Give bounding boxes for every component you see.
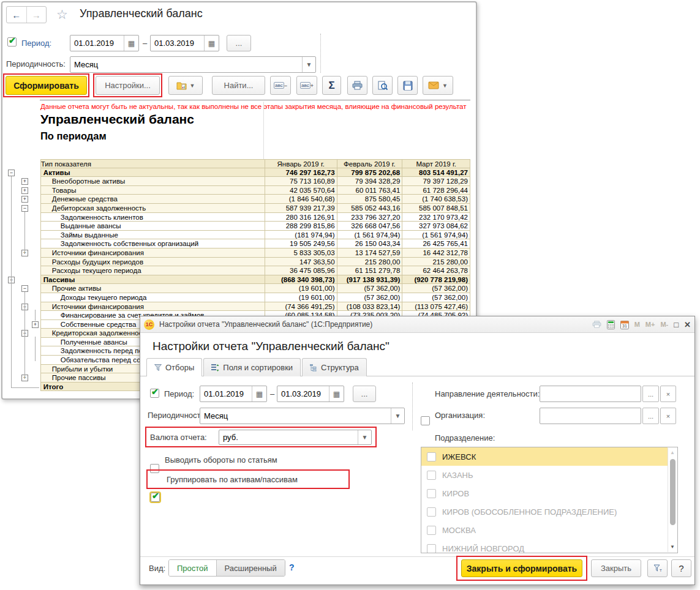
back-icon[interactable]: ← [7, 7, 26, 23]
organization-clear-icon[interactable]: × [660, 408, 676, 424]
department-list-item[interactable]: КИРОВ [421, 484, 668, 502]
expand-row-icon[interactable]: + [21, 187, 28, 194]
expand-groups-icon[interactable]: авс+ [296, 76, 317, 95]
organization-pick-button[interactable]: ... [642, 408, 659, 424]
tab-fields-sorting[interactable]: Поля и сортировки [203, 358, 301, 376]
collapse-row-icon[interactable]: − [8, 170, 15, 176]
report-warning-text: Данные отчета могут быть не актуальны, т… [40, 103, 466, 110]
dialog-periodicity-select[interactable]: Месяц ▼ [200, 408, 405, 424]
department-item-checkbox[interactable] [427, 452, 436, 461]
memory-subtract-button[interactable]: M- [660, 321, 668, 328]
department-item-checkbox[interactable] [427, 544, 436, 553]
print-icon[interactable] [592, 321, 601, 328]
report-title: Управленческий баланс [40, 112, 194, 127]
collapse-row-icon[interactable]: − [21, 285, 28, 292]
show-turnovers-checkbox[interactable] [150, 464, 159, 473]
calculator-icon[interactable] [607, 320, 615, 329]
tab-filters[interactable]: Отборы [146, 358, 202, 376]
inline-help-link[interactable]: ? [289, 562, 295, 572]
help-button[interactable]: ? [671, 559, 691, 577]
expand-row-icon[interactable]: + [21, 196, 28, 203]
period-more-button[interactable]: ... [227, 35, 251, 51]
dialog-period-to-field[interactable]: 01.03.2019 ▦ [277, 386, 344, 402]
maximize-icon[interactable]: □ [674, 320, 679, 329]
row-value: (57 362,00) [402, 293, 470, 302]
memory-add-button[interactable]: M+ [645, 321, 655, 328]
department-list-item[interactable]: КИРОВ (ОБОСОБЛЕННОЕ ПОДРАЗДЕЛЕНИЕ) [421, 502, 668, 521]
department-item-checkbox[interactable] [427, 471, 436, 480]
row-value: 26 150 043,34 [337, 239, 403, 248]
forward-icon[interactable]: → [27, 7, 47, 23]
period-from-field[interactable]: 01.01.2019 ▦ [70, 35, 139, 51]
table-row: +Товары42 035 570,6460 011 763,4161 728 … [4, 186, 470, 195]
department-list-item[interactable]: ИЖЕВСК [421, 447, 668, 466]
close-and-generate-button[interactable]: Закрыть и сформировать [461, 559, 582, 577]
department-list-item[interactable]: НИЖНИЙ НОВГОРОД [421, 539, 668, 553]
calendar-icon[interactable]: ▦ [124, 35, 138, 51]
direction-field[interactable] [540, 386, 641, 402]
find-button[interactable]: Найти... [212, 76, 265, 95]
close-button[interactable]: Закрыть [591, 559, 641, 577]
calendar-icon[interactable]: ▦ [252, 386, 266, 401]
row-label: Источники финансирования [40, 302, 265, 312]
nav-button-group: ← → [6, 6, 47, 23]
period-checkbox[interactable] [7, 37, 17, 47]
sum-icon[interactable]: Σ [322, 76, 341, 95]
print-preview-icon[interactable] [372, 76, 393, 95]
calendar-icon[interactable]: ▦ [204, 35, 219, 51]
filter-settings-button[interactable]: T [647, 559, 668, 577]
department-item-checkbox[interactable] [427, 507, 436, 517]
dialog-period-checkbox[interactable] [150, 389, 159, 398]
dialog-titlebar[interactable]: 1С Настройки отчета "Управленческий бала… [140, 316, 694, 333]
dialog-period-more-button[interactable]: ... [353, 386, 376, 402]
dialog-period-dash: – [270, 389, 274, 398]
periodicity-select[interactable]: Месяц ▼ [70, 56, 316, 73]
dialog-period-from-field[interactable]: 01.01.2019 ▦ [200, 386, 267, 402]
period-dash: – [143, 39, 147, 48]
save-icon[interactable] [397, 76, 418, 95]
department-list[interactable]: ИЖЕВСККАЗАНЬКИРОВКИРОВ (ОБОСОБЛЕННОЕ ПОД… [421, 447, 678, 553]
settings-button[interactable]: Настройки... [96, 76, 160, 95]
direction-pick-button[interactable]: ... [642, 386, 659, 402]
expand-row-icon[interactable]: + [32, 321, 39, 328]
calendar-icon[interactable]: 31 [620, 320, 629, 329]
favorite-star-icon[interactable]: ☆ [56, 7, 68, 22]
expand-row-icon[interactable]: + [21, 178, 28, 185]
generate-button[interactable]: Сформировать [6, 76, 87, 95]
tab-structure[interactable]: Структура [302, 358, 367, 376]
organization-field[interactable] [540, 408, 641, 424]
chevron-down-icon[interactable]: ▼ [391, 408, 404, 424]
chevron-down-icon[interactable]: ▼ [358, 430, 371, 444]
dialog-periodicity-label: Периодичность: [148, 411, 207, 420]
row-label: Активы [40, 168, 265, 177]
collapse-row-icon[interactable]: − [21, 205, 28, 212]
direction-checkbox[interactable] [421, 416, 430, 425]
currency-select[interactable]: руб. ▼ [219, 430, 372, 445]
view-simple-button[interactable]: Простой [169, 560, 216, 576]
report-variants-button[interactable]: ▼ [168, 76, 203, 95]
print-icon[interactable] [347, 76, 367, 95]
chevron-down-icon[interactable]: ▼ [302, 57, 315, 72]
scroll-down-icon[interactable]: ▼ [670, 544, 675, 550]
send-mail-button[interactable]: ▼ [423, 76, 453, 95]
department-item-checkbox[interactable] [427, 526, 436, 535]
row-label: Займы выданные [40, 231, 265, 240]
memory-store-button[interactable]: M [634, 321, 640, 328]
department-list-item[interactable]: МОСКВА [421, 521, 668, 539]
column-header: Тип показателя [40, 159, 265, 168]
row-value: (57 362,00) [337, 284, 403, 293]
direction-clear-icon[interactable]: × [660, 386, 676, 402]
view-extended-button[interactable]: Расширенный [216, 560, 285, 576]
row-value: (113 075 427,46) [402, 302, 470, 312]
calendar-icon[interactable]: ▦ [329, 386, 344, 401]
scroll-up-icon[interactable]: ▲ [670, 450, 675, 455]
collapse-groups-icon[interactable]: авс− [270, 76, 291, 95]
group-assets-checkbox[interactable] [151, 493, 160, 502]
scrollbar-thumb[interactable] [670, 459, 676, 525]
row-value: 79 397 128,29 [402, 177, 470, 186]
close-icon[interactable]: ✕ [684, 320, 691, 329]
period-to-field[interactable]: 01.03.2019 ▦ [150, 35, 219, 51]
scrollbar[interactable]: ▲ ▼ [668, 448, 677, 552]
department-list-item[interactable]: КАЗАНЬ [421, 466, 668, 484]
department-item-checkbox[interactable] [427, 489, 436, 498]
